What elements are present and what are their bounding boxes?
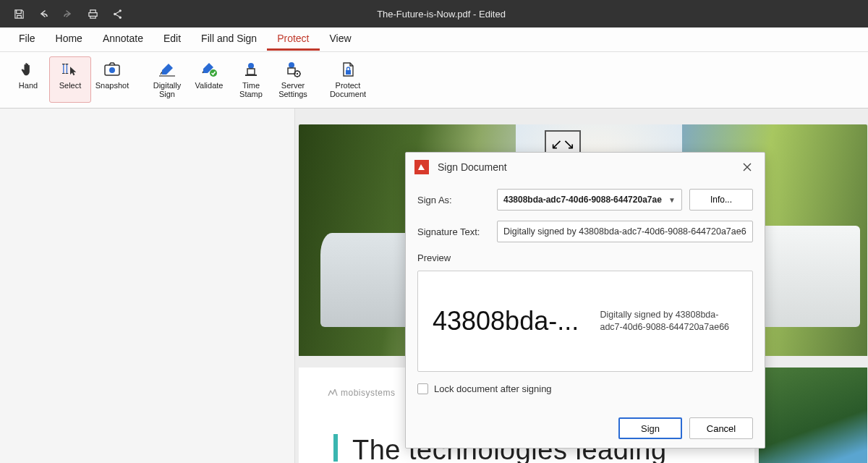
hand-icon: [9, 60, 47, 79]
cancel-button[interactable]: Cancel: [689, 417, 753, 439]
dialog-footer: Sign Cancel: [406, 409, 765, 448]
svg-rect-8: [245, 75, 257, 76]
ribbon-validate[interactable]: Validate: [188, 56, 230, 103]
info-button[interactable]: Info...: [689, 189, 753, 211]
ribbon-snapshot[interactable]: Snapshot: [91, 56, 133, 103]
dialog-title: Sign Document: [438, 161, 739, 173]
tab-protect[interactable]: Protect: [267, 28, 319, 51]
share-icon[interactable]: [111, 8, 123, 20]
ribbon-time-stamp-label: Time Stamp: [232, 79, 270, 99]
sidebar-panel: [0, 109, 295, 463]
ribbon-server-settings-label: Server Settings: [274, 79, 312, 99]
preview-detail: Digitally signed by 43808bda-adc7-40d6-9…: [591, 309, 738, 334]
ribbon-protect-document-label: Protect Document: [329, 79, 367, 99]
tab-annotate[interactable]: Annotate: [93, 28, 153, 51]
chevron-down-icon: ▼: [668, 196, 676, 204]
time-stamp-icon: [232, 60, 270, 79]
brand-text: mobisystems: [341, 388, 396, 398]
ribbon-time-stamp[interactable]: Time Stamp: [230, 56, 272, 103]
ribbon-snapshot-label: Snapshot: [93, 79, 131, 99]
title-bar: The-Future-is-Now.pdf - Edited: [0, 0, 868, 27]
select-icon: [51, 60, 89, 79]
ribbon-digitally-sign[interactable]: Digitally Sign: [146, 56, 188, 103]
undo-icon[interactable]: [38, 8, 49, 20]
app-icon: [414, 160, 429, 174]
redo-icon[interactable]: [62, 8, 74, 20]
svg-rect-7: [247, 69, 255, 75]
ribbon-validate-label: Validate: [190, 79, 228, 99]
save-icon[interactable]: [13, 8, 25, 20]
document-side-image: [759, 368, 867, 463]
sign-as-dropdown[interactable]: 43808bda-adc7-40d6-9088-644720a7ae ▼: [497, 189, 682, 211]
signature-text-input[interactable]: [497, 221, 753, 242]
ribbon-select-label: Select: [51, 79, 89, 99]
sign-as-label: Sign As:: [417, 195, 490, 205]
dialog-header: Sign Document: [406, 153, 765, 182]
svg-point-9: [289, 62, 294, 68]
digitally-sign-icon: [148, 60, 186, 79]
window-title: The-Future-is-Now.pdf - Edited: [123, 9, 760, 20]
ribbon-digitally-sign-label: Digitally Sign: [148, 79, 186, 99]
ribbon: Hand Select Snapshot Digitally Sign Vali…: [0, 52, 868, 109]
menu-bar: File Home Annotate Edit Fill and Sign Pr…: [0, 27, 868, 52]
ribbon-hand[interactable]: Hand: [7, 56, 49, 103]
svg-rect-13: [346, 70, 351, 75]
print-icon[interactable]: [87, 8, 98, 20]
ribbon-protect-document[interactable]: Protect Document: [327, 56, 369, 103]
signature-preview: 43808bda-... Digitally signed by 43808bd…: [417, 271, 753, 372]
sign-as-value: 43808bda-adc7-40d6-9088-644720a7ae: [503, 195, 662, 205]
ribbon-server-settings[interactable]: Server Settings: [272, 56, 314, 103]
lock-checkbox[interactable]: [417, 383, 428, 394]
tab-home[interactable]: Home: [46, 28, 93, 51]
close-icon[interactable]: [739, 158, 756, 176]
brand-logo: mobisystems: [328, 388, 396, 398]
tab-fill-sign[interactable]: Fill and Sign: [191, 28, 267, 51]
sign-button[interactable]: Sign: [618, 417, 682, 439]
tab-file[interactable]: File: [9, 28, 46, 51]
validate-icon: [190, 60, 228, 79]
ribbon-hand-label: Hand: [9, 79, 47, 99]
preview-name: 43808bda-...: [433, 306, 591, 336]
preview-label: Preview: [417, 252, 753, 263]
svg-point-12: [297, 73, 298, 75]
signature-text-label: Signature Text:: [417, 226, 490, 237]
headline-accent: [333, 434, 338, 462]
ribbon-select[interactable]: Select: [49, 56, 91, 103]
server-settings-icon: [274, 60, 312, 79]
lock-label: Lock document after signing: [434, 383, 552, 394]
tab-view[interactable]: View: [320, 28, 362, 51]
snapshot-icon: [93, 60, 131, 79]
svg-point-4: [109, 67, 115, 73]
tab-edit[interactable]: Edit: [153, 28, 191, 51]
svg-point-5: [210, 69, 217, 77]
svg-point-6: [248, 63, 254, 69]
sign-document-dialog: Sign Document Sign As: 43808bda-adc7-40d…: [405, 152, 765, 449]
protect-document-icon: [329, 60, 367, 79]
